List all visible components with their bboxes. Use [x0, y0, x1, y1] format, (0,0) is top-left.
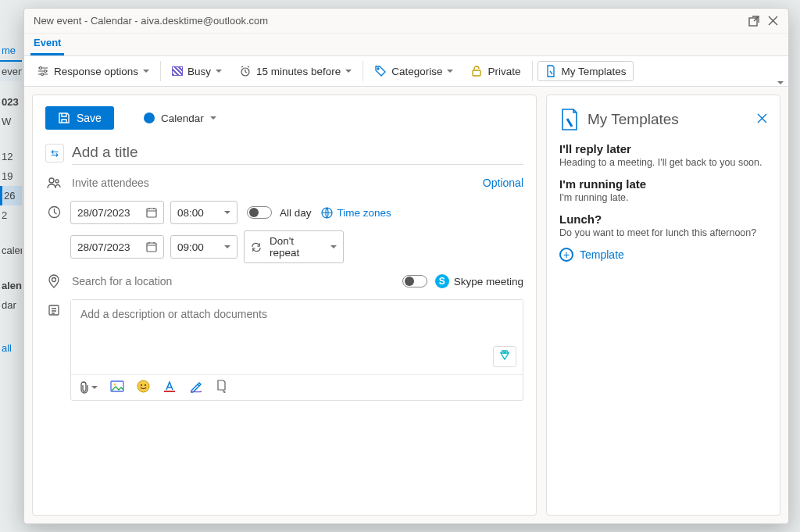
close-icon	[768, 16, 778, 26]
start-date-value: 28/07/2023	[77, 207, 130, 219]
calendar-label: Calendar	[161, 112, 204, 124]
close-icon	[757, 113, 767, 123]
chevron-down-icon	[447, 70, 453, 73]
svg-rect-10	[147, 209, 156, 217]
template-doc-icon	[545, 65, 557, 77]
calendar-picker[interactable]: Calendar	[144, 112, 216, 124]
popout-button[interactable]	[745, 12, 763, 30]
add-template-label: Template	[580, 248, 624, 261]
chevron-down-icon	[210, 116, 216, 120]
modal-body: Save Calendar ⇆ Optional	[24, 87, 788, 523]
save-button[interactable]: Save	[45, 106, 114, 130]
title-input[interactable]	[72, 141, 523, 165]
repeat-field[interactable]: Don't repeat	[244, 230, 344, 263]
skype-label: Skype meeting	[454, 276, 523, 287]
chevron-down-icon	[224, 211, 230, 214]
my-templates-panel: My Templates I'll reply later Heading to…	[546, 95, 780, 516]
start-date-field[interactable]: 28/07/2023	[70, 201, 164, 224]
all-day-toggle[interactable]	[247, 206, 272, 219]
location-icon-wrap	[45, 274, 62, 288]
all-day-label: All day	[280, 207, 312, 219]
start-time-field[interactable]: 08:00	[170, 201, 238, 224]
end-time-value: 09:00	[177, 241, 204, 253]
my-templates-ribbon-button[interactable]: My Templates	[538, 61, 634, 81]
private-button[interactable]: Private	[464, 62, 527, 80]
reminder-label: 15 minutes before	[256, 66, 341, 77]
end-date-value: 28/07/2023	[77, 241, 130, 253]
svg-point-3	[41, 73, 44, 76]
text-format-button[interactable]	[162, 380, 177, 395]
chevron-down-icon	[345, 70, 352, 73]
template-item[interactable]: I'm running late I'm running late.	[559, 177, 767, 203]
window-title: New event - Calendar - aiva.desktime@out…	[30, 15, 745, 27]
svg-rect-12	[147, 243, 156, 252]
calendar-icon	[146, 207, 157, 218]
popout-icon	[748, 16, 759, 27]
template-item[interactable]: Lunch? Do you want to meet for lunch thi…	[559, 212, 767, 238]
busy-label: Busy	[188, 66, 211, 77]
description-box	[70, 299, 523, 401]
svg-rect-20	[164, 391, 175, 392]
diamond-icon	[498, 349, 511, 362]
end-time-field[interactable]: 09:00	[170, 235, 238, 259]
emoji-icon	[137, 380, 150, 393]
pen-icon	[189, 380, 203, 393]
time-zones-link[interactable]: Time zones	[321, 207, 391, 219]
end-date-field[interactable]: 28/07/2023	[70, 235, 164, 259]
attendees-input[interactable]	[70, 176, 475, 190]
new-event-modal: New event - Calendar - aiva.desktime@out…	[23, 8, 789, 524]
panel-close-button[interactable]	[757, 112, 767, 127]
svg-point-19	[145, 384, 146, 386]
add-template-button[interactable]: + Template	[559, 248, 767, 262]
title-row-icon[interactable]: ⇆	[45, 144, 64, 162]
ink-button[interactable]	[189, 380, 203, 395]
skype-icon: S	[435, 274, 449, 288]
tag-icon	[374, 65, 387, 77]
emoji-button[interactable]	[137, 380, 150, 395]
svg-point-16	[114, 384, 116, 386]
editor-jewel-button[interactable]	[493, 346, 516, 367]
categorise-button[interactable]: Categorise	[368, 62, 459, 80]
calendar-icon	[146, 241, 157, 252]
optional-attendees-link[interactable]: Optional	[483, 177, 523, 189]
svg-point-7	[49, 178, 54, 183]
tab-event[interactable]: Event	[30, 34, 64, 55]
modal-tabbar: Event	[24, 34, 788, 55]
description-toolbar	[71, 374, 523, 400]
document-arrow-icon	[216, 380, 227, 393]
location-pin-icon	[48, 274, 60, 288]
insert-image-button[interactable]	[110, 380, 124, 395]
attach-button[interactable]	[79, 381, 98, 394]
my-templates-label: My Templates	[562, 66, 627, 77]
template-name: I'm running late	[559, 177, 767, 191]
ribbon: Response options Busy 15 minutes before …	[24, 55, 788, 87]
notes-icon	[48, 304, 60, 316]
chevron-down-icon	[330, 245, 337, 248]
template-body: I'm running late.	[559, 192, 767, 203]
plus-circle-icon: +	[559, 248, 573, 262]
response-options-button[interactable]: Response options	[30, 62, 155, 80]
attendees-icon	[45, 176, 62, 190]
description-input[interactable]	[71, 300, 523, 374]
ribbon-overflow-icon[interactable]	[777, 81, 784, 84]
location-input[interactable]	[70, 274, 395, 288]
template-body: Do you want to meet for lunch this after…	[559, 227, 767, 238]
reminder-button[interactable]: 15 minutes before	[233, 62, 358, 80]
chevron-down-icon	[143, 70, 149, 73]
sliders-icon	[37, 65, 49, 77]
template-name: I'll reply later	[559, 142, 767, 155]
event-form: Save Calendar ⇆ Optional	[32, 95, 537, 516]
template-item[interactable]: I'll reply later Heading to a meeting. I…	[559, 142, 767, 168]
busy-status-button[interactable]: Busy	[166, 62, 228, 80]
people-icon	[47, 176, 61, 190]
calendar-color-dot	[144, 112, 155, 123]
insert-signature-button[interactable]	[216, 380, 227, 395]
svg-point-2	[45, 70, 47, 73]
time-icon	[45, 205, 62, 219]
svg-point-1	[40, 67, 42, 70]
chevron-down-icon	[91, 386, 98, 389]
close-button[interactable]	[763, 12, 782, 30]
skype-toggle[interactable]	[402, 275, 427, 287]
svg-point-17	[138, 380, 149, 392]
background-app-hints: me event 023 W 12 19 26 2 calen alend da…	[0, 41, 22, 532]
